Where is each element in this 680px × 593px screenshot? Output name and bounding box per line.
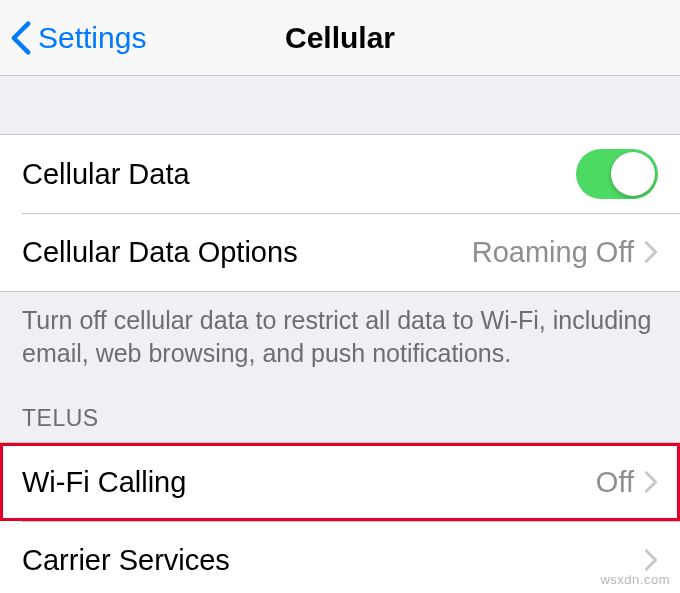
- carrier-section-header: TELUS: [0, 369, 680, 442]
- row-wifi-calling[interactable]: Wi-Fi Calling Off: [0, 443, 680, 521]
- wifi-calling-label: Wi-Fi Calling: [22, 466, 596, 499]
- settings-group-carrier: Wi-Fi Calling Off Carrier Services: [0, 442, 680, 593]
- cellular-footer-note: Turn off cellular data to restrict all d…: [0, 292, 680, 369]
- chevron-right-icon: [644, 470, 658, 494]
- back-button[interactable]: Settings: [0, 20, 146, 56]
- nav-bar: Settings Cellular: [0, 0, 680, 76]
- watermark: wsxdn.com: [600, 572, 670, 587]
- cellular-data-label: Cellular Data: [22, 158, 576, 191]
- carrier-services-label: Carrier Services: [22, 544, 644, 577]
- cellular-data-toggle[interactable]: [576, 149, 658, 199]
- row-cellular-data-options[interactable]: Cellular Data Options Roaming Off: [0, 213, 680, 291]
- row-carrier-services[interactable]: Carrier Services: [0, 521, 680, 593]
- row-cellular-data[interactable]: Cellular Data: [0, 135, 680, 213]
- chevron-left-icon: [10, 20, 32, 56]
- settings-group-cellular: Cellular Data Cellular Data Options Roam…: [0, 134, 680, 292]
- wifi-calling-value: Off: [596, 466, 634, 499]
- cellular-data-options-label: Cellular Data Options: [22, 236, 472, 269]
- chevron-right-icon: [644, 548, 658, 572]
- cellular-data-options-value: Roaming Off: [472, 236, 634, 269]
- chevron-right-icon: [644, 240, 658, 264]
- back-label: Settings: [38, 21, 146, 55]
